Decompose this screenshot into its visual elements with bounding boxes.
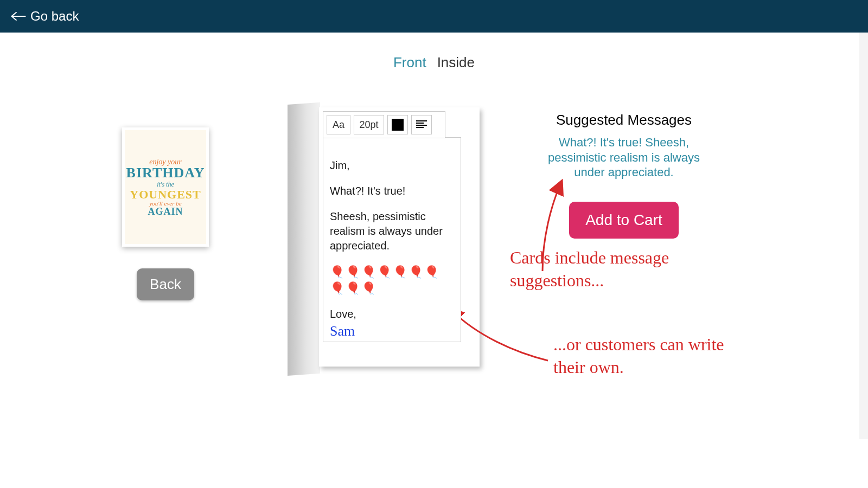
scrollbar[interactable] — [859, 33, 868, 439]
go-back-link[interactable]: Go back — [11, 9, 79, 24]
tabs: Front Inside — [393, 54, 475, 71]
font-size-button[interactable]: 20pt — [354, 115, 384, 134]
msg-greeting: Jim, — [330, 158, 454, 173]
msg-signature: Sam — [330, 322, 454, 341]
thumb-line4: YOUNGEST — [130, 189, 201, 201]
annotation-suggestions: Cards include message suggestions... — [510, 247, 738, 292]
card-spine — [288, 102, 320, 376]
align-button[interactable] — [411, 115, 432, 134]
msg-line2: Sheesh, pessimistic realism is always un… — [330, 209, 454, 253]
msg-balloons: 🎈🎈🎈🎈🎈🎈🎈🎈🎈🎈 — [330, 264, 454, 296]
msg-line1: What?! It's true! — [330, 184, 454, 198]
thumb-line3: it's the — [157, 181, 174, 188]
add-to-cart-button[interactable]: Add to Cart — [569, 202, 679, 239]
suggested-messages-title: Suggested Messages — [537, 112, 711, 129]
arrow-left-icon — [11, 10, 26, 22]
right-column: Suggested Messages What?! It's true! She… — [537, 112, 711, 239]
viewport: Front Inside enjoy your BIRTHDAY it's th… — [0, 33, 868, 488]
color-swatch-icon — [392, 119, 404, 131]
msg-closing: Love, — [330, 307, 454, 322]
thumb-line2: BIRTHDAY — [126, 166, 205, 180]
suggested-message-text[interactable]: What?! It's true! Sheesh, pessimistic re… — [537, 135, 711, 180]
align-left-icon — [416, 120, 427, 129]
left-column: enjoy your BIRTHDAY it's the YOUNGEST yo… — [119, 127, 212, 300]
back-button[interactable]: Back — [137, 268, 194, 300]
go-back-label: Go back — [30, 9, 79, 24]
tab-inside[interactable]: Inside — [437, 54, 475, 71]
topbar: Go back — [0, 0, 868, 33]
tab-front[interactable]: Front — [393, 54, 426, 71]
stage: Front Inside enjoy your BIRTHDAY it's th… — [0, 33, 868, 439]
card-text-editor[interactable]: Jim, What?! It's true! Sheesh, pessimist… — [323, 137, 461, 342]
thumb-line5: you'll ever be — [149, 201, 181, 207]
card-front-thumbnail[interactable]: enjoy your BIRTHDAY it's the YOUNGEST yo… — [122, 127, 209, 247]
annotation-custom: ...or customers can write their own. — [553, 333, 749, 378]
color-picker-button[interactable] — [387, 115, 408, 134]
text-toolbar: Aa 20pt — [323, 111, 445, 138]
thumb-line6: AGAIN — [148, 207, 183, 216]
font-picker-button[interactable]: Aa — [327, 115, 350, 134]
